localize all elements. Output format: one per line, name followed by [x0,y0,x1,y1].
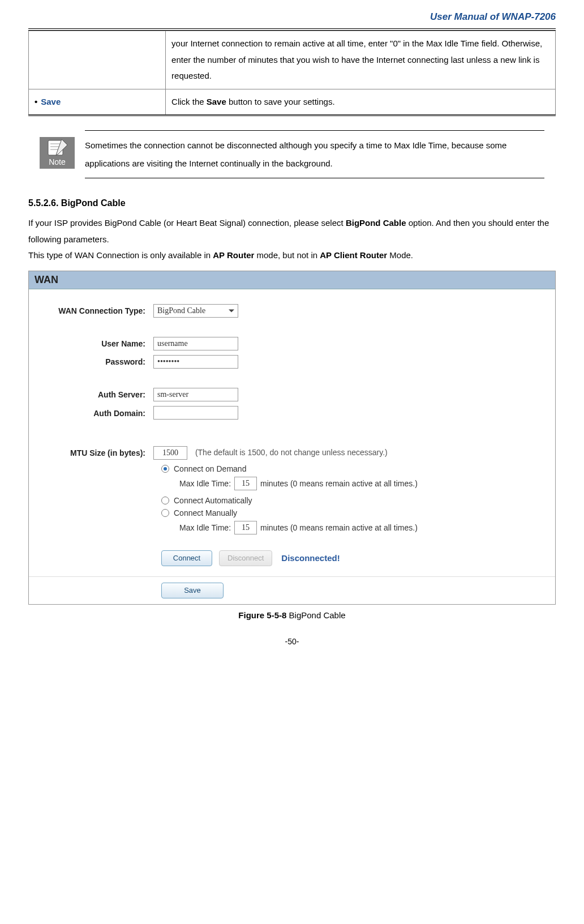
text-bold: AP Router [213,250,254,260]
radio-connect-manual[interactable]: Connect Manually [161,508,544,517]
wan-panel: WAN WAN Connection Type: BigPond Cable U… [28,271,556,605]
chevron-down-icon [229,309,234,312]
text: Mode. [387,250,413,260]
param-save-label: Save [41,97,61,106]
section-heading: 5.5.2.6. BigPond Cable [28,198,556,208]
radio-label: Connect on Demand [174,464,246,473]
username-label: User Name: [40,339,153,348]
text-bold: AP Client Router [320,250,387,260]
section-title: BigPond Cable [61,198,126,208]
running-header: User Manual of WNAP-7206 [28,11,556,31]
wan-panel-header: WAN [29,271,555,289]
conn-type-value: BigPond Cable [157,306,205,315]
conn-type-label: WAN Connection Type: [40,306,153,315]
idle-time-row-2: Max Idle Time: 15 minutes (0 means remai… [179,521,544,534]
authdomain-label: Auth Domain: [40,409,153,418]
radio-icon [161,497,169,504]
text: This type of WAN Connection is only avai… [28,250,213,260]
note-text: Sometimes the connection cannot be disco… [85,130,544,178]
radio-icon [161,465,169,473]
conn-type-select[interactable]: BigPond Cable [153,304,238,318]
text: button to save your settings. [226,97,335,106]
save-button[interactable]: Save [161,583,224,598]
figure-caption: Figure 5-5-8 BigPond Cable [28,610,556,620]
param-row2-desc: Click the Save button to save your setti… [166,89,556,116]
mtu-input[interactable]: 1500 [153,446,187,460]
radio-label: Connect Manually [174,508,237,517]
radio-label: Connect Automatically [174,496,252,505]
idle-suffix: minutes (0 means remain active at all ti… [260,479,418,488]
text-bold: BigPond Cable [346,218,406,228]
text: If your ISP provides BigPond Cable (or H… [28,218,346,228]
section-p2: This type of WAN Connection is only avai… [28,247,556,264]
param-row1-label [29,31,166,89]
mtu-label: MTU Size (in bytes): [40,448,153,457]
password-input[interactable]: •••••••• [153,355,238,369]
idle-time-label: Max Idle Time: [179,479,231,488]
note-block: Note Sometimes the connection cannot be … [40,130,544,178]
radio-connect-auto[interactable]: Connect Automatically [161,496,544,505]
param-row2-label: •Save [29,89,166,116]
username-input[interactable]: username [153,337,238,350]
text: Click the [171,97,207,106]
authserver-label: Auth Server: [40,390,153,399]
authdomain-input[interactable] [153,406,238,420]
note-label: Note [40,157,75,166]
connection-status: Disconnected! [281,553,340,563]
text: mode, but not in [254,250,320,260]
page-number: -50- [28,637,556,646]
text-bold: Save [207,97,226,106]
bullet-icon: • [35,97,37,106]
figure-caption-text: BigPond Cable [289,610,346,620]
password-label: Password: [40,357,153,366]
notepad-icon [45,137,70,157]
idle-time-row-1: Max Idle Time: 15 minutes (0 means remai… [179,477,544,490]
idle-time-input-1[interactable]: 15 [234,477,257,490]
idle-suffix: minutes (0 means remain active at all ti… [260,523,418,532]
mtu-note: (The default is 1500, do not change unle… [195,448,388,457]
parameter-table: your Internet connection to remain activ… [28,31,556,116]
authserver-input[interactable]: sm-server [153,388,238,401]
note-icon: Note [40,135,75,169]
radio-icon [161,509,169,517]
radio-connect-on-demand[interactable]: Connect on Demand [161,464,544,473]
param-row1-desc: your Internet connection to remain activ… [166,31,556,89]
connect-button[interactable]: Connect [161,550,212,566]
idle-time-input-2[interactable]: 15 [234,521,257,534]
section-number: 5.5.2.6. [28,198,58,208]
figure-label: Figure 5-5-8 [238,610,286,620]
disconnect-button[interactable]: Disconnect [219,550,272,566]
section-p1: If your ISP provides BigPond Cable (or H… [28,215,556,247]
idle-time-label: Max Idle Time: [179,523,231,532]
